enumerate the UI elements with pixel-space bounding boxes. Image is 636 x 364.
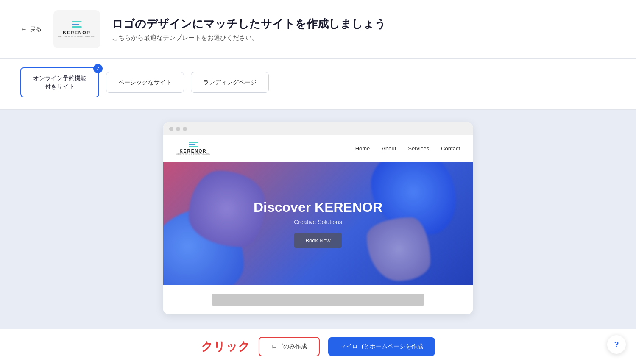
hero-content: Discover KERENOR Creative Solutions Book… <box>254 200 382 248</box>
logo-only-button[interactable]: ロゴのみ作成 <box>259 337 320 356</box>
preview-logo-tagline: WEB DESIGN & PHOTOGRAPHY <box>176 153 210 156</box>
header-text: ロゴのデザインにマッチしたサイトを作成しましょう こちらから最適なテンプレートを… <box>112 17 386 42</box>
hero-book-button[interactable]: Book Now <box>294 233 341 248</box>
click-label: クリック <box>201 339 250 355</box>
preview-lower <box>163 285 473 314</box>
back-label: 戻る <box>30 25 42 33</box>
preview-nav-links: Home About Services Contact <box>355 145 460 152</box>
hero-subtitle: Creative Solutions <box>254 219 382 225</box>
tab-basic[interactable]: ベーシックなサイト <box>106 72 184 93</box>
nav-contact[interactable]: Contact <box>441 145 460 152</box>
nav-services[interactable]: Services <box>408 145 429 152</box>
browser-dot-3 <box>183 127 187 131</box>
preview-logo-icon <box>189 142 198 147</box>
preview-nav: KERENOR WEB DESIGN & PHOTOGRAPHY Home Ab… <box>163 135 473 162</box>
preview-logo: KERENOR WEB DESIGN & PHOTOGRAPHY <box>176 142 210 156</box>
logo-name: KERENOR <box>63 30 91 35</box>
check-badge: ✓ <box>93 64 103 73</box>
nav-home[interactable]: Home <box>355 145 370 152</box>
browser-dot-2 <box>176 127 180 131</box>
back-arrow-icon: ← <box>20 25 27 33</box>
logo-tagline: WEB DESIGN & PHOTOGRAPHY <box>58 35 96 38</box>
top-bar: ← 戻る KERENOR WEB DESIGN & PHOTOGRAPHY ロゴ… <box>0 0 636 59</box>
page-subtitle: こちらから最適なテンプレートをお選びください。 <box>112 34 386 42</box>
tab-booking[interactable]: オンライン予約機能付きサイト ✓ <box>20 67 99 97</box>
hero-title: Discover KERENOR <box>254 200 382 215</box>
preview-gray-bar <box>212 294 425 306</box>
help-button[interactable]: ? <box>607 335 626 354</box>
preview-hero: Discover KERENOR Creative Solutions Book… <box>163 162 473 285</box>
tab-landing[interactable]: ランディングページ <box>191 72 269 93</box>
bottom-bar: クリック ロゴのみ作成 マイロゴとホームページを作成 <box>0 329 636 364</box>
nav-about[interactable]: About <box>382 145 396 152</box>
tab-section: オンライン予約機能付きサイト ✓ ベーシックなサイト ランディングページ <box>0 59 636 110</box>
homepage-button[interactable]: マイロゴとホームページを作成 <box>328 337 435 356</box>
logo-preview-box: KERENOR WEB DESIGN & PHOTOGRAPHY <box>53 10 100 48</box>
browser-dot-1 <box>169 127 173 131</box>
back-link[interactable]: ← 戻る <box>20 25 42 33</box>
tab-basic-label: ベーシックなサイト <box>118 79 172 86</box>
page-title: ロゴのデザインにマッチしたサイトを作成しましょう <box>112 17 386 31</box>
browser-preview: KERENOR WEB DESIGN & PHOTOGRAPHY Home Ab… <box>163 122 473 314</box>
tab-landing-label: ランディングページ <box>203 79 257 86</box>
browser-bar <box>163 122 473 135</box>
main-content: KERENOR WEB DESIGN & PHOTOGRAPHY Home Ab… <box>0 110 636 356</box>
logo-icon <box>72 21 82 28</box>
preview-wrapper: KERENOR WEB DESIGN & PHOTOGRAPHY Home Ab… <box>163 122 473 314</box>
preview-logo-name: KERENOR <box>180 149 207 153</box>
tab-booking-label: オンライン予約機能付きサイト <box>33 74 86 91</box>
